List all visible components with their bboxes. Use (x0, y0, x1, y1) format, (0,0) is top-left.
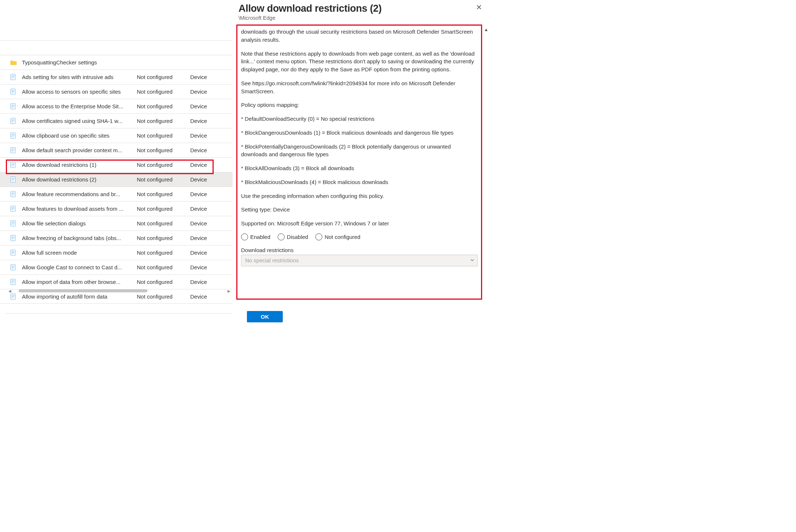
table-row[interactable]: Allow Google Cast to connect to Cast d..… (0, 260, 233, 274)
radio-icon (315, 233, 322, 240)
divider (5, 313, 233, 314)
table-row[interactable]: Allow certificates signed using SHA-1 w.… (0, 113, 233, 128)
scrollbar-thumb[interactable] (19, 289, 147, 292)
table-row[interactable]: Allow access to sensors on specific site… (0, 84, 233, 99)
document-icon (10, 191, 22, 197)
svg-marker-64 (485, 29, 488, 31)
table-row[interactable]: TyposquattingChecker settings (0, 55, 233, 70)
state-radio-group: Enabled Disabled Not configured (241, 233, 477, 240)
dropdown-label: Download restrictions (241, 247, 477, 253)
document-icon (10, 293, 22, 300)
setting-state: Not configured (137, 132, 190, 139)
setting-state: Not configured (137, 220, 190, 226)
setting-name: Allow full screen mode (22, 250, 137, 256)
setting-name: Allow feature recommendations and br... (22, 191, 137, 197)
folder-icon (10, 60, 22, 65)
details-body-highlight: downloads go through the usual security … (236, 25, 482, 300)
description-paragraph: * BlockPotentiallyDangerousDownloads (2)… (241, 143, 477, 159)
radio-label: Enabled (250, 234, 270, 240)
ok-button[interactable]: OK (247, 311, 283, 322)
document-icon (10, 162, 22, 168)
close-button[interactable]: ✕ (474, 3, 484, 12)
setting-name: Allow certificates signed using SHA-1 w.… (22, 118, 137, 124)
document-icon (10, 235, 22, 241)
radio-not-configured[interactable]: Not configured (315, 233, 360, 240)
download-restrictions-dropdown[interactable]: No special restrictions (241, 255, 478, 266)
breadcrumb: \Microsoft Edge (239, 15, 484, 21)
setting-name: Allow Google Cast to connect to Cast d..… (22, 264, 137, 270)
setting-name: Allow clipboard use on specific sites (22, 132, 137, 139)
setting-scope: Device (190, 74, 227, 80)
document-icon (10, 147, 22, 153)
settings-list-pane: TyposquattingChecker settingsAds setting… (0, 0, 233, 327)
setting-name: Allow freezing of background tabs (obs..… (22, 235, 137, 241)
setting-state: Not configured (137, 103, 190, 109)
radio-label: Disabled (287, 234, 308, 240)
setting-state: Not configured (137, 89, 190, 95)
table-row[interactable]: Allow full screen modeNot configuredDevi… (0, 245, 233, 260)
scroll-right-arrow[interactable]: ▶ (227, 289, 231, 293)
policy-description: downloads go through the usual security … (241, 28, 477, 228)
setting-scope: Device (190, 176, 227, 183)
document-icon (10, 132, 22, 139)
table-row[interactable]: Allow access to the Enterprise Mode Sit.… (0, 99, 233, 113)
setting-name: Ads setting for sites with intrusive ads (22, 74, 137, 80)
setting-state: Not configured (137, 279, 190, 285)
vertical-scroll-indicator[interactable] (484, 28, 488, 169)
chevron-down-icon (470, 257, 474, 263)
setting-name: Allow file selection dialogs (22, 220, 137, 226)
setting-name: TyposquattingChecker settings (22, 59, 137, 65)
description-paragraph: Setting type: Device (241, 206, 477, 214)
document-icon (10, 176, 22, 183)
settings-list: TyposquattingChecker settingsAds setting… (0, 40, 233, 304)
scrollbar-track[interactable] (12, 289, 227, 293)
description-paragraph: * DefaultDownloadSecurity (0) = No speci… (241, 115, 477, 123)
document-icon (10, 264, 22, 270)
setting-state: Not configured (137, 206, 190, 212)
setting-state: Not configured (137, 250, 190, 256)
description-paragraph: Supported on: Microsoft Edge version 77,… (241, 220, 477, 228)
setting-state: Not configured (137, 176, 190, 183)
dropdown-value: No special restrictions (245, 257, 299, 263)
document-icon (10, 103, 22, 109)
table-row[interactable]: Ads setting for sites with intrusive ads… (0, 70, 233, 84)
setting-state: Not configured (137, 264, 190, 270)
radio-icon (241, 233, 248, 240)
radio-disabled[interactable]: Disabled (278, 233, 308, 240)
document-icon (10, 118, 22, 124)
description-paragraph: * BlockMaliciousDownloads (4) = Block ma… (241, 178, 477, 186)
table-row[interactable]: Allow features to download assets from .… (0, 201, 233, 216)
setting-scope: Device (190, 118, 227, 124)
close-icon: ✕ (476, 3, 482, 11)
table-row[interactable]: Allow download restrictions (1)Not confi… (0, 157, 233, 172)
setting-state: Not configured (137, 147, 190, 153)
table-row[interactable]: Allow default search provider context m.… (0, 143, 233, 157)
setting-name: Allow import of data from other browse..… (22, 279, 137, 285)
setting-scope: Device (190, 279, 227, 285)
table-row[interactable]: Allow feature recommendations and br...N… (0, 187, 233, 201)
table-row[interactable]: Allow file selection dialogsNot configur… (0, 216, 233, 231)
horizontal-scrollbar[interactable]: ◀ ▶ (8, 289, 231, 293)
table-row (0, 40, 233, 55)
setting-scope: Device (190, 132, 227, 139)
setting-name: Allow download restrictions (1) (22, 162, 137, 168)
description-paragraph: Policy options mapping: (241, 101, 477, 109)
description-paragraph: Note that these restrictions apply to do… (241, 50, 477, 74)
document-icon (10, 89, 22, 95)
document-icon (10, 206, 22, 212)
table-row[interactable]: Allow clipboard use on specific sitesNot… (0, 128, 233, 143)
setting-scope: Device (190, 147, 227, 153)
table-row[interactable]: Allow freezing of background tabs (obs..… (0, 231, 233, 245)
table-row[interactable]: Allow import of data from other browse..… (0, 274, 233, 289)
setting-scope: Device (190, 264, 227, 270)
setting-name: Allow download restrictions (2) (22, 176, 137, 183)
setting-state: Not configured (137, 74, 190, 80)
setting-scope: Device (190, 191, 227, 197)
document-icon (10, 250, 22, 256)
setting-scope: Device (190, 220, 227, 226)
scroll-left-arrow[interactable]: ◀ (8, 289, 12, 293)
table-row[interactable]: Allow download restrictions (2)Not confi… (0, 172, 233, 187)
radio-enabled[interactable]: Enabled (241, 233, 270, 240)
setting-scope: Device (190, 103, 227, 109)
document-icon (10, 279, 22, 285)
